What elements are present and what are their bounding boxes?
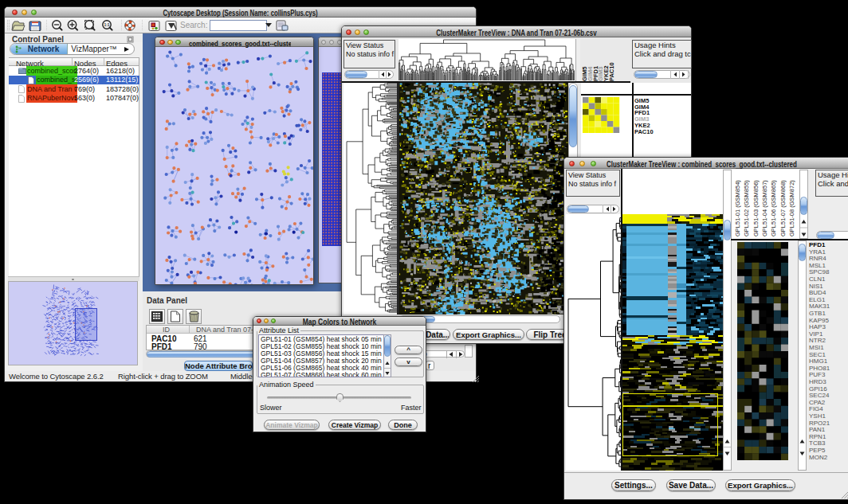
- svg-text:1:1: 1:1: [104, 22, 109, 27]
- svg-text:Search:: Search:: [180, 21, 207, 29]
